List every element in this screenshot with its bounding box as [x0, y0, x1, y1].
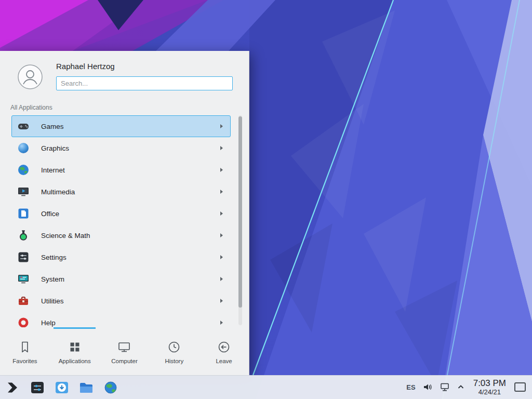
taskbar-launchers [5, 380, 118, 395]
monitor-icon [117, 340, 131, 354]
category-label: Games [41, 123, 64, 130]
office-icon [17, 207, 30, 220]
category-row-multimedia[interactable]: Multimedia [11, 181, 231, 203]
tab-label: Favorites [12, 358, 37, 364]
tab-label: Leave [216, 358, 232, 364]
application-launcher-menu: Raphael Hertzog All Applications Games [0, 51, 249, 375]
system-settings-icon[interactable] [30, 380, 45, 395]
volume-icon[interactable] [422, 382, 433, 392]
graphics-icon [17, 142, 30, 154]
category-label: Multimedia [41, 188, 75, 196]
category-label: Office [41, 210, 59, 218]
submenu-arrow-icon [220, 190, 223, 194]
application-category-list: Games Graphics [0, 115, 249, 327]
digital-clock[interactable]: 7:03 PM 4/24/21 [473, 378, 506, 396]
category-label: Help [41, 319, 56, 327]
category-row-office[interactable]: Office [11, 203, 231, 224]
clock-date: 4/24/21 [478, 389, 501, 396]
submenu-arrow-icon [220, 321, 223, 325]
show-desktop-button[interactable] [514, 382, 526, 392]
network-icon[interactable] [440, 382, 450, 392]
bookmark-icon [18, 340, 32, 354]
tab-computer[interactable]: Computer [100, 327, 150, 375]
submenu-arrow-icon [220, 211, 223, 216]
desktop: Raphael Hertzog All Applications Games [0, 0, 532, 399]
submenu-arrow-icon [220, 233, 223, 237]
tray-expand-icon[interactable] [457, 383, 465, 391]
games-icon [17, 120, 30, 132]
system-icon [17, 273, 30, 285]
search-input[interactable] [56, 76, 233, 90]
file-manager-icon[interactable] [78, 380, 94, 395]
help-icon [17, 316, 30, 327]
utilities-icon [17, 295, 30, 307]
section-label: All Applications [10, 104, 52, 111]
category-row-science-math[interactable]: Science & Math [11, 224, 231, 246]
web-browser-icon[interactable] [103, 380, 118, 395]
launcher-footer-tabs: Favorites Applications [0, 327, 249, 375]
internet-icon [17, 164, 30, 176]
tab-label: History [165, 358, 183, 364]
leave-icon [217, 340, 231, 354]
category-label: System [41, 275, 64, 283]
category-label: Utilities [41, 297, 64, 305]
user-avatar[interactable] [18, 64, 43, 89]
discover-icon[interactable] [54, 380, 70, 395]
clock-time: 7:03 PM [473, 378, 506, 389]
submenu-arrow-icon [220, 168, 223, 172]
keyboard-layout-indicator[interactable]: ES [406, 383, 415, 391]
category-label: Science & Math [41, 232, 90, 240]
tab-applications[interactable]: Applications [50, 327, 100, 375]
list-scrollbar [238, 115, 242, 325]
user-name: Raphael Hertzog [56, 62, 115, 71]
tab-favorites[interactable]: Favorites [0, 327, 50, 375]
submenu-arrow-icon [220, 277, 223, 281]
tab-history[interactable]: History [149, 327, 199, 375]
category-label: Graphics [41, 144, 69, 152]
submenu-arrow-icon [220, 299, 223, 303]
app-launcher-button[interactable] [5, 380, 21, 395]
taskbar: ES 7:03 PM 4/24/21 [0, 375, 532, 399]
settings-icon [17, 251, 30, 263]
category-row-utilities[interactable]: Utilities [11, 290, 231, 312]
multimedia-icon [17, 185, 30, 198]
submenu-arrow-icon [220, 255, 223, 259]
category-row-settings[interactable]: Settings [11, 246, 231, 268]
category-row-help[interactable]: Help [11, 312, 231, 327]
science-icon [17, 229, 30, 242]
tab-leave[interactable]: Leave [199, 327, 249, 375]
category-row-system[interactable]: System [11, 268, 231, 290]
launcher-header: Raphael Hertzog [0, 51, 249, 103]
tab-label: Computer [111, 358, 138, 364]
scrollbar-thumb[interactable] [238, 116, 242, 308]
grid-icon [68, 340, 82, 354]
submenu-arrow-icon [220, 146, 223, 150]
clock-icon [167, 340, 181, 354]
system-tray: ES 7:03 PM 4/24/21 [406, 378, 527, 396]
category-row-internet[interactable]: Internet [11, 159, 231, 181]
category-row-graphics[interactable]: Graphics [11, 137, 231, 159]
category-row-games[interactable]: Games [11, 115, 231, 137]
category-label: Internet [41, 166, 65, 174]
category-label: Settings [41, 254, 66, 261]
submenu-arrow-icon [220, 124, 223, 128]
tab-label: Applications [59, 358, 91, 364]
